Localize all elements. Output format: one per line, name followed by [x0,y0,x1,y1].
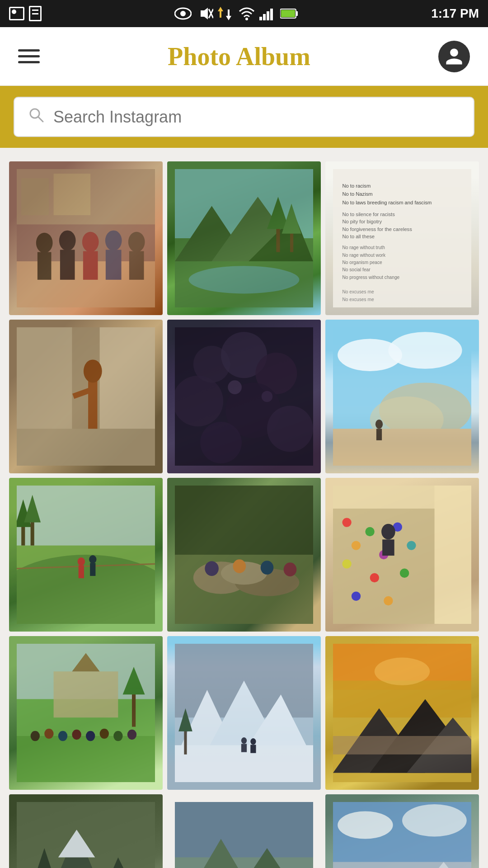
photo-item[interactable] [325,478,479,632]
svg-point-64 [84,359,102,382]
svg-point-127 [31,731,40,741]
photo-item[interactable] [325,794,479,868]
page-title: Photo Album [168,42,310,71]
photo-item[interactable] [9,636,163,790]
svg-text:No pity for bigotry: No pity for bigotry [342,219,382,224]
svg-point-104 [284,562,297,576]
svg-point-110 [365,527,374,536]
svg-point-78 [388,332,462,369]
photo-image-14 [167,794,321,868]
svg-rect-15 [296,11,298,16]
photo-image-13 [9,794,163,868]
status-time: 1:17 PM [431,6,479,21]
svg-point-70 [175,376,223,426]
photo-image-3: No to racism No to Nazism No to laws bre… [325,161,479,315]
status-left-icons [9,6,42,21]
photo-image-1 [9,161,163,315]
photo-image-12 [325,636,479,790]
photo-image-8 [167,478,321,632]
photo-image-5 [167,320,321,473]
svg-text:No to silence for racists: No to silence for racists [342,212,395,217]
svg-point-29 [128,232,145,252]
svg-text:No social fear: No social fear [342,267,371,272]
svg-rect-22 [38,252,52,280]
photo-image-2 [167,161,321,315]
svg-text:No to laws breeding racism and: No to laws breeding racism and fascism [342,200,432,205]
photo-item[interactable] [9,794,163,868]
photo-image-10 [9,636,163,790]
search-input[interactable] [53,108,460,127]
svg-point-112 [352,541,361,550]
photo-image-15 [325,794,479,868]
svg-point-23 [59,231,76,251]
svg-text:No excuses me: No excuses me [342,289,374,294]
svg-rect-151 [333,681,471,718]
photo-item[interactable] [167,636,321,790]
app-header: Photo Album [0,27,488,86]
svg-point-102 [233,559,246,573]
status-bar: 1:17 PM [0,0,488,27]
time-display: 1:17 PM [431,6,479,21]
svg-text:No progress without change: No progress without change [342,275,399,280]
photo-item[interactable] [325,636,479,790]
svg-rect-26 [83,251,98,280]
svg-point-109 [342,518,351,527]
menu-button[interactable] [18,49,40,63]
photo-item[interactable] [167,794,321,868]
svg-point-39 [189,266,300,293]
svg-point-132 [100,729,109,739]
svg-point-130 [72,730,81,740]
photo-item[interactable] [325,320,479,473]
svg-point-180 [338,811,393,839]
photo-item[interactable] [9,478,163,632]
svg-rect-168 [175,802,313,857]
svg-rect-8 [228,9,230,16]
svg-rect-121 [382,539,394,556]
svg-text:No to all these: No to all these [342,234,375,239]
photo-image-11 [167,636,321,790]
svg-point-129 [58,731,67,741]
svg-rect-126 [17,736,155,782]
photo-image-4 [9,320,163,473]
svg-point-92 [78,557,85,566]
svg-point-21 [36,233,53,253]
svg-point-101 [205,561,219,576]
photo-item[interactable]: No to racism No to Nazism No to laws bre… [325,161,479,315]
svg-rect-11 [263,14,266,20]
svg-rect-62 [17,429,155,466]
svg-text:No to Nazism: No to Nazism [342,191,372,197]
svg-point-118 [352,592,361,601]
photo-item[interactable] [167,320,321,473]
svg-point-114 [407,541,416,550]
svg-point-128 [44,729,53,739]
svg-rect-33 [54,174,91,215]
svg-rect-97 [175,486,313,555]
svg-point-1 [180,11,186,16]
search-bar [14,97,474,137]
svg-point-156 [375,658,430,685]
profile-button[interactable] [438,41,470,72]
svg-marker-2 [201,8,208,19]
svg-text:No organism peace: No organism peace [342,260,382,265]
eye-icon [174,7,192,20]
svg-point-72 [267,406,313,452]
user-icon [444,47,464,66]
photo-item[interactable] [167,478,321,632]
svg-point-9 [245,18,248,20]
svg-point-82 [375,420,383,429]
photo-item[interactable] [9,320,163,473]
svg-point-73 [200,422,242,463]
svg-rect-28 [106,250,122,280]
photo-item[interactable] [9,161,163,315]
picture-icon [9,7,24,20]
svg-rect-107 [434,486,471,624]
svg-rect-13 [270,9,273,20]
svg-text:No rage without truth: No rage without truth [342,245,385,250]
svg-text:No rage without work: No rage without work [342,253,386,258]
document-icon [29,6,42,21]
svg-rect-93 [79,565,84,578]
svg-point-120 [381,524,395,540]
photo-item[interactable] [167,161,321,315]
signal-icon [259,7,276,20]
svg-text:No excuses me: No excuses me [342,297,374,302]
